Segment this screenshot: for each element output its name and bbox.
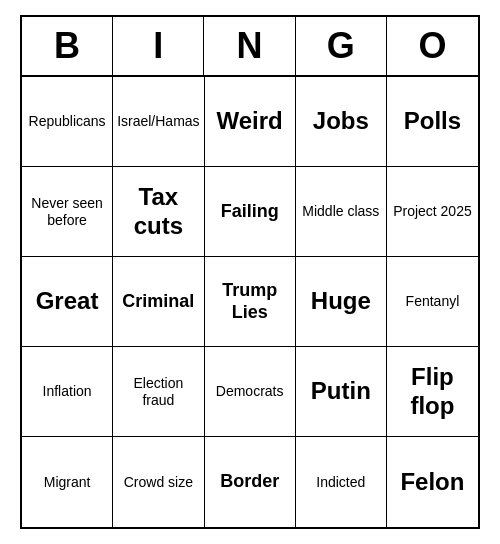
cell-text: Felon [400, 468, 464, 497]
header-letter: G [296, 17, 387, 75]
cell-text: Polls [404, 107, 461, 136]
header-letter: I [113, 17, 204, 75]
cell-text: Weird [217, 107, 283, 136]
cell-text: Israel/Hamas [117, 113, 199, 130]
cell-text: Crowd size [124, 474, 193, 491]
bingo-cell: Trump Lies [205, 257, 296, 347]
cell-text: Republicans [29, 113, 106, 130]
cell-text: Middle class [302, 203, 379, 220]
cell-text: Border [220, 471, 279, 493]
cell-text: Fentanyl [406, 293, 460, 310]
cell-text: Putin [311, 377, 371, 406]
bingo-cell: Middle class [296, 167, 387, 257]
cell-text: Inflation [43, 383, 92, 400]
bingo-cell: Great [22, 257, 113, 347]
bingo-cell: Felon [387, 437, 478, 527]
bingo-cell: Inflation [22, 347, 113, 437]
bingo-cell: Jobs [296, 77, 387, 167]
cell-text: Trump Lies [209, 280, 291, 323]
cell-text: Migrant [44, 474, 91, 491]
bingo-cell: Huge [296, 257, 387, 347]
header-letter: O [387, 17, 478, 75]
cell-text: Huge [311, 287, 371, 316]
bingo-grid: RepublicansIsrael/HamasWeirdJobsPollsNev… [22, 77, 478, 527]
bingo-cell: Republicans [22, 77, 113, 167]
bingo-cell: Tax cuts [113, 167, 204, 257]
cell-text: Tax cuts [117, 183, 199, 241]
cell-text: Indicted [316, 474, 365, 491]
header-letter: N [204, 17, 295, 75]
bingo-cell: Fentanyl [387, 257, 478, 347]
bingo-cell: Flip flop [387, 347, 478, 437]
cell-text: Democrats [216, 383, 284, 400]
bingo-header: BINGO [22, 17, 478, 77]
cell-text: Great [36, 287, 99, 316]
bingo-cell: Migrant [22, 437, 113, 527]
cell-text: Project 2025 [393, 203, 472, 220]
bingo-cell: Putin [296, 347, 387, 437]
bingo-cell: Indicted [296, 437, 387, 527]
bingo-cell: Democrats [205, 347, 296, 437]
bingo-cell: Polls [387, 77, 478, 167]
bingo-cell: Crowd size [113, 437, 204, 527]
cell-text: Criminal [122, 291, 194, 313]
bingo-cell: Never seen before [22, 167, 113, 257]
bingo-card: BINGO RepublicansIsrael/HamasWeirdJobsPo… [20, 15, 480, 529]
cell-text: Flip flop [391, 363, 474, 421]
cell-text: Failing [221, 201, 279, 223]
bingo-cell: Weird [205, 77, 296, 167]
bingo-cell: Border [205, 437, 296, 527]
bingo-cell: Israel/Hamas [113, 77, 204, 167]
header-letter: B [22, 17, 113, 75]
bingo-cell: Criminal [113, 257, 204, 347]
bingo-cell: Project 2025 [387, 167, 478, 257]
bingo-cell: Failing [205, 167, 296, 257]
cell-text: Jobs [313, 107, 369, 136]
cell-text: Election fraud [117, 375, 199, 409]
bingo-cell: Election fraud [113, 347, 204, 437]
cell-text: Never seen before [26, 195, 108, 229]
